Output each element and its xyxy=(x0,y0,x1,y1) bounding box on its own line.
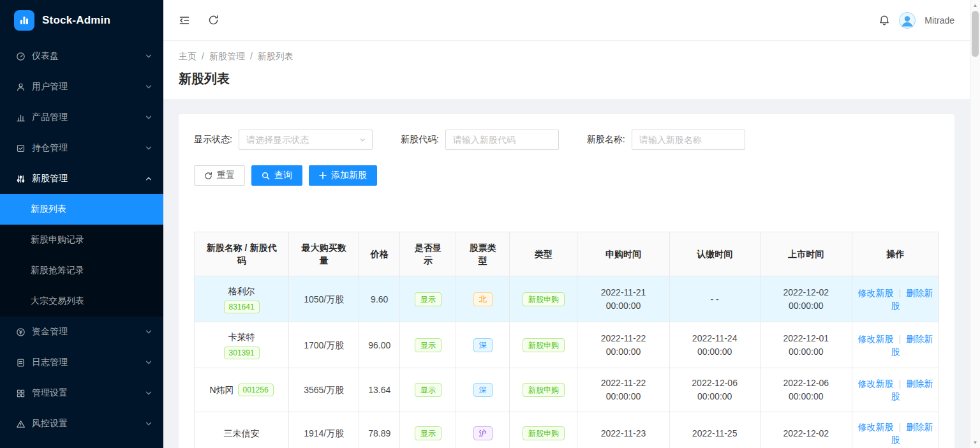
subscribe-time-cell: 2022-11-23 xyxy=(577,412,669,448)
time-line: 00:00:00 xyxy=(766,299,847,313)
risk-icon xyxy=(15,419,26,429)
topbar: Mitrade xyxy=(163,0,970,41)
delete-stock-link[interactable]: 删除新股 xyxy=(891,422,933,445)
menu-fold-icon[interactable] xyxy=(179,15,190,26)
sidebar-subitem[interactable]: 新股申购记录 xyxy=(0,225,163,255)
link-divider: | xyxy=(899,334,902,344)
column-header: 新股名称 / 新股代码 xyxy=(195,232,289,276)
add-stock-button[interactable]: 添加新股 xyxy=(309,165,377,186)
time-line: 2022-11-22 xyxy=(583,377,664,390)
sidebar-item-label: 新股管理 xyxy=(32,173,145,184)
sidebar-item-label: 产品管理 xyxy=(32,112,145,123)
list-card: 显示状态: 新股代码: 新股名称: xyxy=(179,114,954,448)
scroll-down-arrow[interactable]: ▼ xyxy=(973,437,978,448)
pay-time-cell: 2022-11-2400:00:00 xyxy=(669,322,760,368)
sidebar-item-newstock[interactable]: 新股管理 xyxy=(0,163,163,194)
breadcrumb-current: 新股列表 xyxy=(258,51,293,63)
breadcrumb: 主页 / 新股管理 / 新股列表 xyxy=(179,51,954,63)
edit-stock-link[interactable]: 修改新股 xyxy=(858,378,894,389)
scrollbar[interactable]: ▲ ▼ xyxy=(970,0,980,448)
refresh-icon[interactable] xyxy=(208,15,219,26)
column-header: 是否显示 xyxy=(400,232,456,276)
chevron-up-icon xyxy=(145,175,152,182)
sidebar-subitem[interactable]: 大宗交易列表 xyxy=(0,286,163,317)
sidebar-item-product[interactable]: 产品管理 xyxy=(0,102,163,133)
edit-stock-link[interactable]: 修改新股 xyxy=(858,422,894,432)
edit-stock-link[interactable]: 修改新股 xyxy=(858,288,894,298)
max-buy-cell: 1050/万股 xyxy=(289,276,359,322)
username[interactable]: Mitrade xyxy=(924,15,954,26)
stock-name-cell: N炜冈001256 xyxy=(195,368,289,412)
sidebar-item-risk[interactable]: 风控设置 xyxy=(0,408,163,439)
pay-time-cell: - - xyxy=(669,276,760,322)
time-line: 2022-12-06 xyxy=(766,377,847,390)
stock-name-cell: 卡莱特301391 xyxy=(195,322,289,368)
type-cell: 新股申购 xyxy=(510,412,577,448)
sidebar-subitem[interactable]: 新股抢筹记录 xyxy=(0,255,163,286)
type-tag: 新股申购 xyxy=(523,292,565,306)
column-header: 上市时间 xyxy=(760,232,852,276)
reset-button-label: 重置 xyxy=(217,170,235,181)
price-cell: 13.64 xyxy=(359,368,400,412)
action-cell: 修改新股|删除新股 xyxy=(852,368,939,412)
action-cell: 修改新股|删除新股 xyxy=(852,322,939,368)
breadcrumb-separator: / xyxy=(250,51,253,63)
stock-name: N炜冈 xyxy=(209,384,234,396)
edit-stock-link[interactable]: 修改新股 xyxy=(858,334,894,344)
breadcrumb-parent[interactable]: 新股管理 xyxy=(209,51,245,63)
money-icon xyxy=(15,327,26,337)
stock-code-input[interactable] xyxy=(445,130,559,150)
sidebar-submenu: 新股列表新股申购记录新股抢筹记录大宗交易列表 xyxy=(0,194,163,317)
sidebar-item-money[interactable]: 资金管理 xyxy=(0,317,163,347)
chevron-down-icon xyxy=(145,390,152,396)
market-cell: 北 xyxy=(456,276,510,322)
type-cell: 新股申购 xyxy=(510,276,577,322)
market-tag: 深 xyxy=(473,338,493,352)
app-logo[interactable]: Stock-Admin xyxy=(0,0,163,41)
status-select[interactable] xyxy=(239,130,373,150)
max-buy-cell: 1700/万股 xyxy=(289,322,359,368)
sidebar-item-log[interactable]: 日志管理 xyxy=(0,347,163,378)
position-icon xyxy=(15,143,26,153)
scroll-up-arrow[interactable]: ▲ xyxy=(973,0,978,11)
bell-icon[interactable] xyxy=(879,15,890,26)
search-icon xyxy=(262,172,270,180)
delete-stock-link[interactable]: 删除新股 xyxy=(891,334,933,357)
delete-stock-link[interactable]: 删除新股 xyxy=(891,378,933,401)
table-row: N炜冈0012563565/万股13.64显示深新股申购2022-11-2200… xyxy=(195,368,939,412)
app-logo-icon xyxy=(14,10,34,31)
breadcrumb-home[interactable]: 主页 xyxy=(179,51,197,63)
scrollbar-thumb[interactable] xyxy=(972,11,979,57)
chevron-down-icon xyxy=(145,359,152,366)
time-line: 2022-11-24 xyxy=(675,332,755,345)
subscribe-time-cell: 2022-11-2200:00:00 xyxy=(577,322,669,368)
price-cell: 9.60 xyxy=(359,276,400,322)
filter-row: 显示状态: 新股代码: 新股名称: xyxy=(194,130,939,150)
stock-name-input[interactable] xyxy=(632,130,745,150)
sidebar-item-label: 风控设置 xyxy=(32,418,145,429)
price-cell: 96.00 xyxy=(359,322,400,368)
column-header: 股票类型 xyxy=(456,232,510,276)
visible-cell: 显示 xyxy=(400,322,456,368)
visible-cell: 显示 xyxy=(400,412,456,448)
market-tag: 沪 xyxy=(473,426,493,440)
sidebar-subitem[interactable]: 新股列表 xyxy=(0,194,163,225)
delete-stock-link[interactable]: 删除新股 xyxy=(891,288,933,311)
sidebar-item-user[interactable]: 用户管理 xyxy=(0,71,163,102)
column-header: 价格 xyxy=(359,232,400,276)
stock-name: 三未信安 xyxy=(224,427,260,440)
time-line: 00:00:00 xyxy=(583,299,664,313)
sidebar-item-position[interactable]: 持仓管理 xyxy=(0,133,163,163)
sidebar-item-dashboard[interactable]: 仪表盘 xyxy=(0,41,163,71)
log-icon xyxy=(15,357,26,368)
search-button[interactable]: 查询 xyxy=(251,165,302,186)
table-body: 格利尔8316411050/万股9.60显示北新股申购2022-11-2100:… xyxy=(195,276,939,448)
main-area: Mitrade 主页 / 新股管理 / 新股列表 新股列表 显示状态: xyxy=(163,0,970,448)
reset-button[interactable]: 重置 xyxy=(194,165,245,186)
table-row: 卡莱特3013911700/万股96.00显示深新股申购2022-11-2200… xyxy=(195,322,939,368)
avatar[interactable] xyxy=(899,12,916,29)
table-wrap: 新股名称 / 新股代码最大购买数量价格是否显示股票类型类型申购时间认缴时间上市时… xyxy=(194,232,939,448)
sidebar-item-settings[interactable]: 管理设置 xyxy=(0,378,163,408)
time-line: 00:00:00 xyxy=(675,345,755,359)
type-tag: 新股申购 xyxy=(523,426,565,440)
